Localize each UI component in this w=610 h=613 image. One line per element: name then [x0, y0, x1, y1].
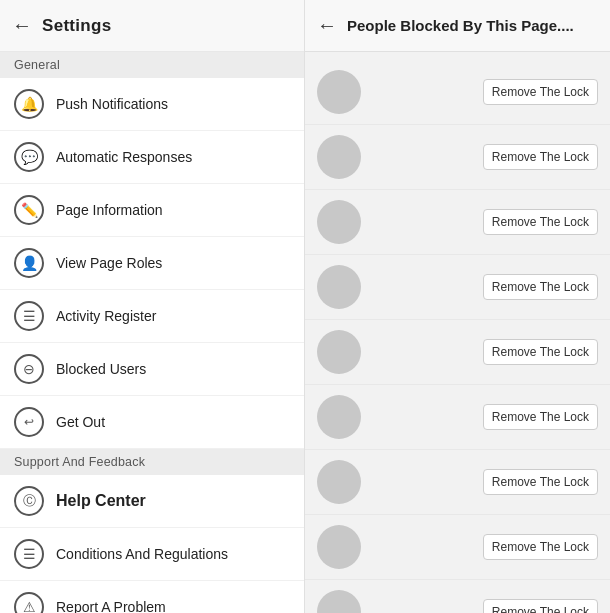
blocked-item: Remove The Lock — [305, 255, 610, 320]
remove-block-button[interactable]: Remove The Lock — [483, 599, 598, 613]
menu-item-conditions-regulations[interactable]: ☰ Conditions And Regulations — [0, 528, 304, 581]
remove-block-button[interactable]: Remove The Lock — [483, 274, 598, 300]
conditions-regulations-icon: ☰ — [14, 539, 44, 569]
help-center-icon: Ⓒ — [14, 486, 44, 516]
automatic-responses-icon: 💬 — [14, 142, 44, 172]
support-section-header: Support And Feedback — [0, 449, 304, 475]
settings-panel: ← Settings General 🔔 Push Notifications … — [0, 0, 305, 613]
menu-item-help-center[interactable]: Ⓒ Help Center — [0, 475, 304, 528]
menu-item-view-page-roles[interactable]: 👤 View Page Roles — [0, 237, 304, 290]
menu-item-report-problem[interactable]: ⚠ Report A Problem — [0, 581, 304, 613]
blocked-avatar — [317, 265, 361, 309]
blocked-users-panel: ← People Blocked By This Page.... Remove… — [305, 0, 610, 613]
remove-block-button[interactable]: Remove The Lock — [483, 144, 598, 170]
left-title: Settings — [42, 16, 111, 36]
right-header: ← People Blocked By This Page.... — [305, 0, 610, 52]
automatic-responses-label: Automatic Responses — [56, 149, 192, 165]
blocked-avatar — [317, 460, 361, 504]
activity-register-label: Activity Register — [56, 308, 156, 324]
push-notifications-icon: 🔔 — [14, 89, 44, 119]
report-problem-icon: ⚠ — [14, 592, 44, 613]
blocked-avatar — [317, 330, 361, 374]
blocked-users-label: Blocked Users — [56, 361, 146, 377]
blocked-item: Remove The Lock — [305, 580, 610, 613]
remove-block-button[interactable]: Remove The Lock — [483, 209, 598, 235]
blocked-users-icon: ⊖ — [14, 354, 44, 384]
menu-item-get-out[interactable]: ↩ Get Out — [0, 396, 304, 449]
report-problem-label: Report A Problem — [56, 599, 166, 613]
blocked-avatar — [317, 525, 361, 569]
blocked-list: Remove The LockRemove The LockRemove The… — [305, 52, 610, 613]
remove-block-button[interactable]: Remove The Lock — [483, 79, 598, 105]
right-back-button[interactable]: ← — [317, 14, 337, 37]
blocked-avatar — [317, 395, 361, 439]
view-page-roles-label: View Page Roles — [56, 255, 162, 271]
menu-item-push-notifications[interactable]: 🔔 Push Notifications — [0, 78, 304, 131]
menu-item-blocked-users[interactable]: ⊖ Blocked Users — [0, 343, 304, 396]
get-out-label: Get Out — [56, 414, 105, 430]
blocked-item: Remove The Lock — [305, 450, 610, 515]
blocked-item: Remove The Lock — [305, 125, 610, 190]
remove-block-button[interactable]: Remove The Lock — [483, 404, 598, 430]
blocked-item: Remove The Lock — [305, 515, 610, 580]
view-page-roles-icon: 👤 — [14, 248, 44, 278]
conditions-regulations-label: Conditions And Regulations — [56, 546, 228, 562]
help-center-label: Help Center — [56, 492, 146, 510]
page-information-icon: ✏️ — [14, 195, 44, 225]
remove-block-button[interactable]: Remove The Lock — [483, 469, 598, 495]
page-information-label: Page Information — [56, 202, 163, 218]
get-out-icon: ↩ — [14, 407, 44, 437]
general-section-header: General — [0, 52, 304, 78]
blocked-item: Remove The Lock — [305, 385, 610, 450]
blocked-item: Remove The Lock — [305, 60, 610, 125]
activity-register-icon: ☰ — [14, 301, 44, 331]
left-back-button[interactable]: ← — [12, 14, 32, 37]
blocked-avatar — [317, 70, 361, 114]
menu-item-activity-register[interactable]: ☰ Activity Register — [0, 290, 304, 343]
blocked-avatar — [317, 590, 361, 613]
blocked-avatar — [317, 135, 361, 179]
blocked-avatar — [317, 200, 361, 244]
blocked-item: Remove The Lock — [305, 190, 610, 255]
menu-item-page-information[interactable]: ✏️ Page Information — [0, 184, 304, 237]
right-title: People Blocked By This Page.... — [347, 17, 574, 34]
blocked-item: Remove The Lock — [305, 320, 610, 385]
left-header: ← Settings — [0, 0, 304, 52]
push-notifications-label: Push Notifications — [56, 96, 168, 112]
remove-block-button[interactable]: Remove The Lock — [483, 534, 598, 560]
menu-item-automatic-responses[interactable]: 💬 Automatic Responses — [0, 131, 304, 184]
remove-block-button[interactable]: Remove The Lock — [483, 339, 598, 365]
